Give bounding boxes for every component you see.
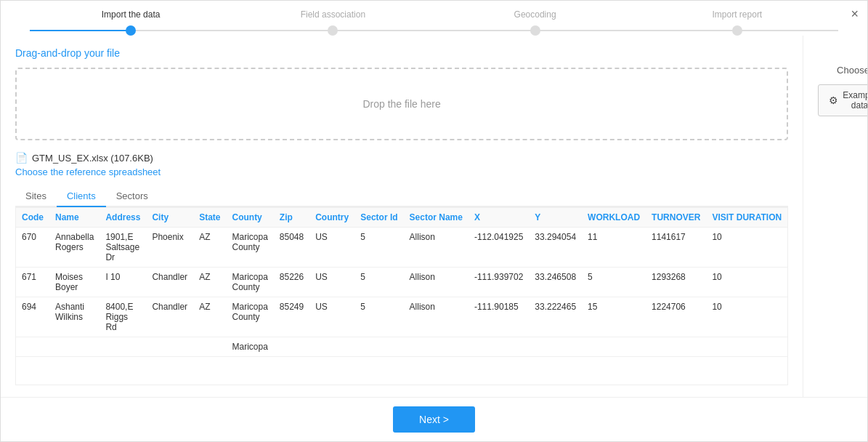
file-name: GTM_US_EX.xlsx (107.6KB) (32, 153, 153, 164)
step-label-report: Import report (713, 9, 763, 20)
cell-sector-name (404, 337, 469, 357)
step-label-geocoding: Geocoding (514, 9, 556, 20)
step-dot-field (328, 25, 338, 36)
cell-visit-duration: 10 (706, 297, 787, 337)
cell-city: Chandler (146, 297, 193, 337)
cell-visit-duration: 10 (706, 228, 787, 268)
drag-drop-title[interactable]: Drag-and-drop your file (15, 47, 788, 59)
col-header-address: Address (100, 208, 146, 228)
table-header-row: CodeNameAddressCityStateCountyZipCountry… (16, 208, 787, 228)
tab-sectors[interactable]: Sectors (106, 186, 158, 207)
cell-city (146, 337, 193, 357)
cell-visit-duration: 10 (706, 268, 787, 297)
cell-sector-name: Allison (404, 228, 469, 268)
reference-link[interactable]: Choose the reference spreadsheet (15, 166, 788, 177)
cell-county: Maricopa County (226, 297, 273, 337)
cell-country (309, 337, 354, 357)
col-header-zip: Zip (274, 208, 309, 228)
cell-state (193, 337, 226, 357)
cell-y: 33.294054 (529, 228, 582, 268)
progress-area: Import the data Field association Geocod… (1, 1, 867, 36)
cell-turnover (646, 337, 706, 357)
import-from-title: Import from... (818, 47, 867, 59)
data-table-container: CodeNameAddressCityStateCountyZipCountry… (15, 207, 788, 385)
cell-x: -112.041925 (469, 228, 529, 268)
cell-sector-id (354, 337, 403, 357)
step-import-report: Import report (636, 9, 838, 36)
cell-sector-id: 5 (354, 297, 403, 337)
cell-county: Maricopa County (226, 268, 273, 297)
drop-zone[interactable]: Drop the file here (15, 68, 788, 140)
close-button[interactable]: × (851, 7, 859, 22)
step-dot-geocoding (530, 25, 540, 36)
cell-code: 671 (16, 268, 49, 297)
cell-address: I 10 (100, 268, 146, 297)
cell-turnover: 1293268 (646, 268, 706, 297)
file-info: 📄 GTM_US_EX.xlsx (107.6KB) (15, 152, 788, 164)
cell-workload: 15 (582, 297, 646, 337)
example-data-button[interactable]: ⚙ Example data (818, 84, 867, 116)
col-header-sector-name: Sector Name (404, 208, 469, 228)
import-buttons: ⚙ Example data 📊 A file (Excel...) △ Goo… (818, 84, 867, 145)
cell-address: 1901,E Saltsage Dr (100, 228, 146, 268)
table-body: 670Annabella Rogers1901,E Saltsage DrPho… (16, 228, 787, 357)
tab-sites[interactable]: Sites (15, 186, 57, 207)
cell-city: Phoenix (146, 228, 193, 268)
col-header-country: Country (309, 208, 354, 228)
main-content: Drag-and-drop your file Drop the file he… (1, 36, 867, 397)
col-header-x: X (469, 208, 529, 228)
cell-x (469, 337, 529, 357)
cell-zip: 85048 (274, 228, 309, 268)
modal-container: × Import the data Field association Geoc… (0, 0, 868, 442)
col-header-code: Code (16, 208, 49, 228)
next-button[interactable]: Next > (393, 406, 475, 433)
cell-zip: 85249 (274, 297, 309, 337)
example-data-label: Example data (843, 90, 867, 110)
cell-turnover: 1141617 (646, 228, 706, 268)
col-header-sector-id: Sector Id (354, 208, 403, 228)
cell-y: 33.246508 (529, 268, 582, 297)
cell-sector-name: Allison (404, 297, 469, 337)
cell-county: Maricopa County (226, 228, 273, 268)
cell-county: Maricopa (226, 337, 273, 357)
right-panel: Import from... Choose a file or a spread… (803, 36, 867, 397)
col-header-visit-duration: VISIT DURATION (706, 208, 787, 228)
col-header-county: County (226, 208, 273, 228)
progress-steps: Import the data Field association Geocod… (30, 9, 838, 36)
cell-code: 670 (16, 228, 49, 268)
table-row: Maricopa (16, 337, 787, 357)
drop-zone-label: Drop the file here (362, 98, 440, 110)
bottom-bar: Next > (1, 397, 867, 441)
cell-zip (274, 337, 309, 357)
data-table: CodeNameAddressCityStateCountyZipCountry… (16, 208, 787, 357)
cell-name (49, 337, 100, 357)
cell-code (16, 337, 49, 357)
cell-country: US (309, 268, 354, 297)
col-header-y: Y (529, 208, 582, 228)
left-panel: Drag-and-drop your file Drop the file he… (1, 36, 803, 397)
tabs-container: Sites Clients Sectors (15, 186, 788, 207)
col-header-workload: WORKLOAD (582, 208, 646, 228)
cell-y (529, 337, 582, 357)
cell-country: US (309, 297, 354, 337)
col-header-city: City (146, 208, 193, 228)
cell-sector-id: 5 (354, 228, 403, 268)
tab-clients[interactable]: Clients (57, 186, 106, 207)
cell-city: Chandler (146, 268, 193, 297)
col-header-name: Name (49, 208, 100, 228)
step-geocoding: Geocoding (434, 9, 636, 36)
file-icon: 📄 (15, 152, 28, 164)
cell-state: AZ (193, 297, 226, 337)
cloud-text: Choose a file or a spreadsheet in the cl… (818, 65, 867, 76)
step-dot-import (126, 25, 136, 36)
cell-address: 8400,E Riggs Rd (100, 297, 146, 337)
cell-name: Moises Boyer (49, 268, 100, 297)
table-row: 670Annabella Rogers1901,E Saltsage DrPho… (16, 228, 787, 268)
table-row: 694Ashanti Wilkins8400,E Riggs RdChandle… (16, 297, 787, 337)
cell-x: -111.90185 (469, 297, 529, 337)
cell-sector-name: Allison (404, 268, 469, 297)
cell-code: 694 (16, 297, 49, 337)
cell-workload: 5 (582, 268, 646, 297)
step-dot-report (732, 25, 742, 36)
step-label-field: Field association (301, 9, 365, 20)
